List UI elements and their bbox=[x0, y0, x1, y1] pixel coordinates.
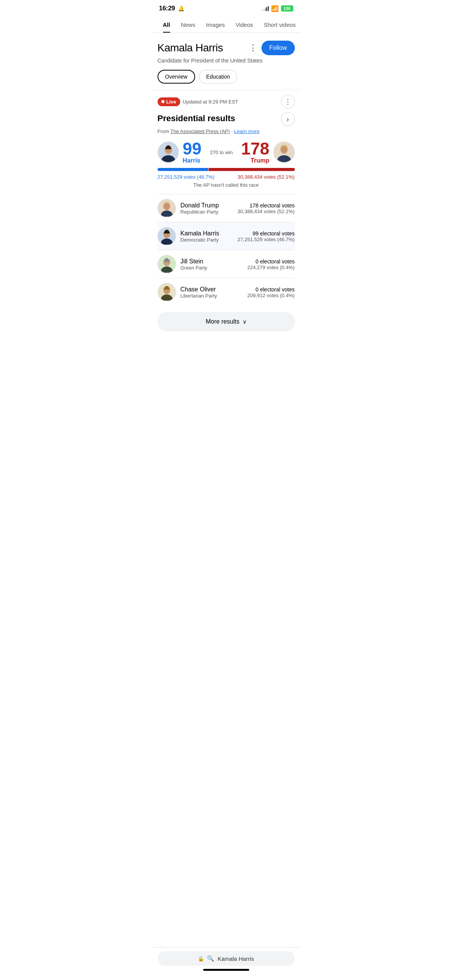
harris-name-label: Harris bbox=[183, 157, 202, 164]
battery-indicator: 100 bbox=[281, 5, 293, 12]
oliver-row-electoral: 0 electoral votes bbox=[247, 286, 295, 293]
trump-row-results: 178 electoral votes 30,388,434 votes (52… bbox=[238, 202, 295, 214]
tab-short-videos[interactable]: Short videos bbox=[258, 18, 301, 33]
tab-all[interactable]: All bbox=[158, 18, 176, 33]
pill-overview[interactable]: Overview bbox=[158, 70, 195, 84]
kp-subtitle: Candidate for President of the United St… bbox=[158, 58, 295, 64]
page-title: Kamala Harris bbox=[158, 42, 223, 54]
trump-votes: 178 Trump bbox=[241, 140, 269, 164]
trump-full-name: Donald Trump bbox=[181, 202, 238, 209]
progress-bar-track bbox=[158, 168, 295, 171]
oliver-row-results: 0 electoral votes 209,912 votes (0.4%) bbox=[247, 286, 295, 298]
live-dot bbox=[161, 100, 164, 103]
live-bar: Live Updated at 9:29 PM EST ⋮ bbox=[158, 95, 295, 109]
trump-electoral-count: 178 bbox=[241, 140, 269, 157]
stein-row-popular: 224,279 votes (0.4%) bbox=[247, 265, 295, 270]
live-updated-text: Updated at 9:29 PM EST bbox=[183, 99, 238, 105]
source-link[interactable]: The Associated Press (AP) bbox=[170, 128, 230, 134]
signal-bars bbox=[262, 6, 269, 11]
stein-row-electoral: 0 electoral votes bbox=[247, 258, 295, 265]
harris-row-electoral: 99 electoral votes bbox=[238, 230, 295, 237]
tab-news[interactable]: News bbox=[176, 18, 201, 33]
stein-row-results: 0 electoral votes 224,279 votes (0.4%) bbox=[247, 258, 295, 270]
dot-separator: · bbox=[231, 128, 233, 134]
kp-header: Kamala Harris ⋮ Follow bbox=[158, 41, 295, 55]
harris-row: Kamala Harris Democratic Party 99 electo… bbox=[158, 222, 295, 250]
harris-popular-votes: 27,251,529 votes (46.7%) bbox=[158, 174, 215, 180]
section-divider bbox=[151, 90, 301, 90]
trump-popular-votes: 30,388,434 votes (52.1%) bbox=[238, 174, 295, 180]
follow-button[interactable]: Follow bbox=[261, 41, 294, 55]
knowledge-panel: Kamala Harris ⋮ Follow Candidate for Pre… bbox=[151, 33, 301, 84]
vote-totals: 27,251,529 votes (46.7%) 30,388,434 vote… bbox=[158, 174, 295, 180]
election-more-button[interactable]: ⋮ bbox=[281, 95, 295, 109]
stein-full-name: Jill Stein bbox=[181, 258, 247, 265]
live-badge: Live Updated at 9:29 PM EST bbox=[158, 97, 238, 106]
kp-header-actions: ⋮ Follow bbox=[249, 41, 294, 55]
kp-pills: Overview Education bbox=[158, 70, 295, 84]
harris-full-name: Kamala Harris bbox=[181, 230, 238, 237]
harris-electoral-count: 99 bbox=[183, 140, 202, 157]
trump-avatar bbox=[273, 141, 295, 163]
harris-row-avatar bbox=[158, 227, 176, 245]
learn-more-link[interactable]: Learn more bbox=[234, 128, 259, 134]
oliver-row: Chase Oliver Libertarian Party 0 elector… bbox=[158, 278, 295, 306]
trump-row-info: Donald Trump Republican Party bbox=[181, 202, 238, 215]
election-card: Live Updated at 9:29 PM EST ⋮ Presidenti… bbox=[158, 95, 295, 331]
harris-row-info: Kamala Harris Democratic Party bbox=[181, 230, 238, 243]
results-expand-button[interactable]: › bbox=[281, 112, 295, 126]
harris-avatar bbox=[158, 141, 179, 163]
candidates-display: 99 Harris 270 to win 178 Tr bbox=[158, 140, 295, 164]
stein-party: Green Party bbox=[181, 265, 247, 271]
harris-party: Democratic Party bbox=[181, 237, 238, 243]
stein-row-info: Jill Stein Green Party bbox=[181, 258, 247, 271]
chevron-down-icon: ∨ bbox=[243, 319, 247, 325]
trump-row: Donald Trump Republican Party 178 electo… bbox=[158, 194, 295, 222]
harris-candidate-display: 99 Harris bbox=[158, 140, 202, 164]
oliver-party: Libertarian Party bbox=[181, 293, 247, 299]
more-options-icon[interactable]: ⋮ bbox=[249, 44, 258, 52]
stein-row-avatar bbox=[158, 255, 176, 273]
oliver-row-info: Chase Oliver Libertarian Party bbox=[181, 286, 247, 299]
harris-votes: 99 Harris bbox=[183, 140, 202, 164]
trump-row-avatar bbox=[158, 199, 176, 217]
oliver-row-avatar bbox=[158, 283, 176, 301]
trump-candidate-display: 178 Trump bbox=[241, 140, 294, 164]
more-results-label: More results bbox=[205, 318, 239, 325]
svg-point-7 bbox=[281, 146, 287, 153]
to-win-label: 270 to win bbox=[201, 150, 241, 155]
wifi-icon: 📶 bbox=[271, 5, 279, 12]
trump-row-electoral: 178 electoral votes bbox=[238, 202, 295, 209]
live-indicator: Live bbox=[158, 97, 180, 106]
pill-education[interactable]: Education bbox=[199, 70, 237, 84]
trump-progress bbox=[209, 168, 295, 171]
tab-videos[interactable]: Videos bbox=[230, 18, 258, 33]
live-label: Live bbox=[166, 99, 176, 105]
status-right: 📶 100 bbox=[262, 5, 293, 12]
tab-images[interactable]: Images bbox=[201, 18, 230, 33]
status-bar: 16:29 🔔 📶 100 bbox=[151, 0, 301, 15]
trump-name-label: Trump bbox=[241, 157, 269, 164]
progress-bar-container bbox=[158, 168, 295, 171]
status-time: 16:29 bbox=[159, 5, 175, 12]
results-title: Presidential results bbox=[158, 113, 235, 123]
results-source: From The Associated Press (AP) · Learn m… bbox=[158, 128, 295, 134]
harris-progress bbox=[158, 168, 208, 171]
harris-row-popular: 27,251,529 votes (46.7%) bbox=[238, 237, 295, 242]
source-label: From bbox=[158, 128, 169, 134]
more-results-button[interactable]: More results ∨ bbox=[158, 312, 295, 331]
stein-row: Jill Stein Green Party 0 electoral votes… bbox=[158, 250, 295, 278]
search-tabs: All News Images Videos Short videos Sho bbox=[151, 15, 301, 33]
oliver-full-name: Chase Oliver bbox=[181, 286, 247, 293]
trump-party: Republican Party bbox=[181, 209, 238, 215]
ap-note: The AP hasn't called this race bbox=[158, 182, 295, 188]
trump-row-popular: 30,388,434 votes (52.1%) bbox=[238, 209, 295, 214]
notification-bell-icon: 🔔 bbox=[178, 5, 184, 12]
oliver-row-popular: 209,912 votes (0.4%) bbox=[247, 293, 295, 298]
harris-row-results: 99 electoral votes 27,251,529 votes (46.… bbox=[238, 230, 295, 242]
